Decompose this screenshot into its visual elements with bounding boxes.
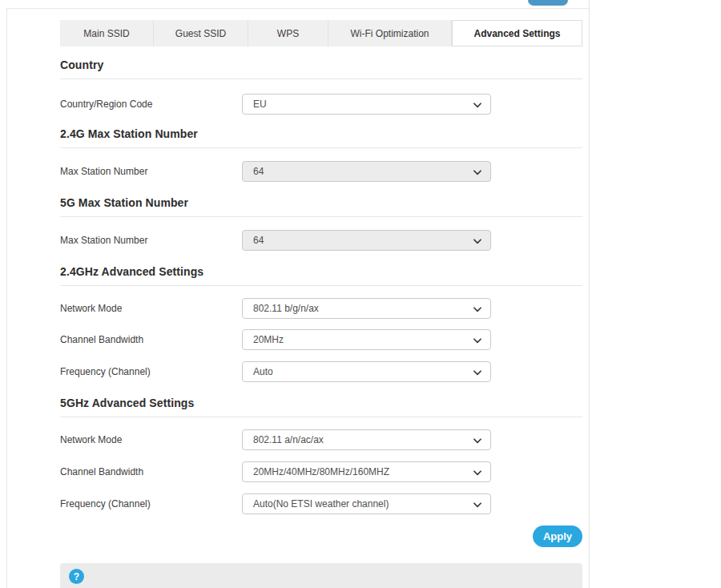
apply-button[interactable]: Apply xyxy=(533,526,582,547)
field-row: Network Mode 802.11 a/n/ac/ax xyxy=(60,429,582,450)
field-label: Frequency (Channel) xyxy=(60,366,242,377)
chevron-down-icon xyxy=(472,99,483,111)
field-row: Max Station Number 64 xyxy=(60,161,582,182)
select-value: 802.11 a/n/ac/ax xyxy=(253,434,324,445)
chevron-down-icon xyxy=(472,367,483,378)
select-value: 20MHz/40MHz/80MHz/160MHZ xyxy=(253,466,389,477)
select-value: 802.11 b/g/n/ax xyxy=(253,303,319,314)
field-label: Country/Region Code xyxy=(60,99,242,110)
tab-advanced-settings[interactable]: Advanced Settings xyxy=(452,20,582,46)
field-label: Channel Bandwidth xyxy=(60,334,242,345)
select-value: Auto(No ETSI weather channel) xyxy=(253,498,389,509)
tab-guest-ssid[interactable]: Guest SSID xyxy=(154,20,248,46)
tab-wifi-optimization[interactable]: Wi-Fi Optimization xyxy=(328,20,452,46)
field-row: Channel Bandwidth 20MHz xyxy=(60,329,582,350)
select-value: 64 xyxy=(253,166,264,177)
tab-main-ssid[interactable]: Main SSID xyxy=(60,20,154,46)
field-label: Frequency (Channel) xyxy=(60,498,242,509)
select-value: 64 xyxy=(253,235,264,246)
channel-bandwidth-24g-select[interactable]: 20MHz xyxy=(242,329,491,350)
chevron-down-icon xyxy=(472,167,483,178)
field-row: Channel Bandwidth 20MHz/40MHz/80MHz/160M… xyxy=(60,461,582,482)
field-label: Network Mode xyxy=(60,434,242,445)
max-station-5g-select[interactable]: 64 xyxy=(242,230,491,251)
select-value: Auto xyxy=(253,366,273,377)
chevron-down-icon xyxy=(472,335,483,346)
apply-row: Apply xyxy=(60,526,582,547)
field-label: Channel Bandwidth xyxy=(60,466,242,477)
field-row: Frequency (Channel) Auto(No ETSI weather… xyxy=(60,493,582,514)
field-row: Frequency (Channel) Auto xyxy=(60,361,582,382)
field-label: Max Station Number xyxy=(60,235,242,246)
section-heading-24ghz-advanced: 2.4GHz Advanced Settings xyxy=(60,265,582,279)
section-divider xyxy=(60,417,582,417)
section-divider xyxy=(60,285,582,286)
chevron-down-icon xyxy=(472,236,483,247)
country-region-select[interactable]: EU xyxy=(242,94,491,115)
tab-bar: Main SSID Guest SSID WPS Wi-Fi Optimizat… xyxy=(60,20,582,46)
field-row: Max Station Number 64 xyxy=(60,230,582,251)
network-mode-24g-select[interactable]: 802.11 b/g/n/ax xyxy=(242,298,491,319)
select-value: EU xyxy=(253,99,267,110)
wifi-settings-page: Main SSID Guest SSID WPS Wi-Fi Optimizat… xyxy=(0,0,721,588)
section-divider xyxy=(60,216,582,217)
panel-left-border xyxy=(6,8,7,588)
panel-right-border xyxy=(589,0,590,588)
select-value: 20MHz xyxy=(253,334,284,345)
chevron-down-icon xyxy=(472,499,483,510)
field-label: Network Mode xyxy=(60,303,242,314)
field-row: Country/Region Code EU xyxy=(60,94,582,115)
tab-wps[interactable]: WPS xyxy=(248,20,328,46)
frequency-channel-5g-select[interactable]: Auto(No ETSI weather channel) xyxy=(242,493,491,514)
section-divider xyxy=(60,79,582,79)
section-heading-5g-max-station: 5G Max Station Number xyxy=(60,196,582,210)
network-mode-5g-select[interactable]: 802.11 a/n/ac/ax xyxy=(242,429,491,450)
frequency-channel-24g-select[interactable]: Auto xyxy=(242,361,491,382)
field-label: Max Station Number xyxy=(60,166,242,177)
section-heading-5ghz-advanced: 5GHz Advanced Settings xyxy=(60,397,582,410)
max-station-24g-select[interactable]: 64 xyxy=(242,161,491,182)
settings-content: Main SSID Guest SSID WPS Wi-Fi Optimizat… xyxy=(60,0,582,588)
channel-bandwidth-5g-select[interactable]: 20MHz/40MHz/80MHz/160MHZ xyxy=(242,461,491,482)
help-bar: ? xyxy=(60,563,582,588)
chevron-down-icon xyxy=(472,467,483,478)
section-divider xyxy=(60,147,582,148)
section-heading-country: Country xyxy=(60,58,582,72)
section-heading-24g-max-station: 2.4G Max Station Number xyxy=(60,127,582,141)
chevron-down-icon xyxy=(472,304,483,315)
field-row: Network Mode 802.11 b/g/n/ax xyxy=(60,298,582,319)
help-icon[interactable]: ? xyxy=(69,569,84,584)
chevron-down-icon xyxy=(472,435,483,446)
